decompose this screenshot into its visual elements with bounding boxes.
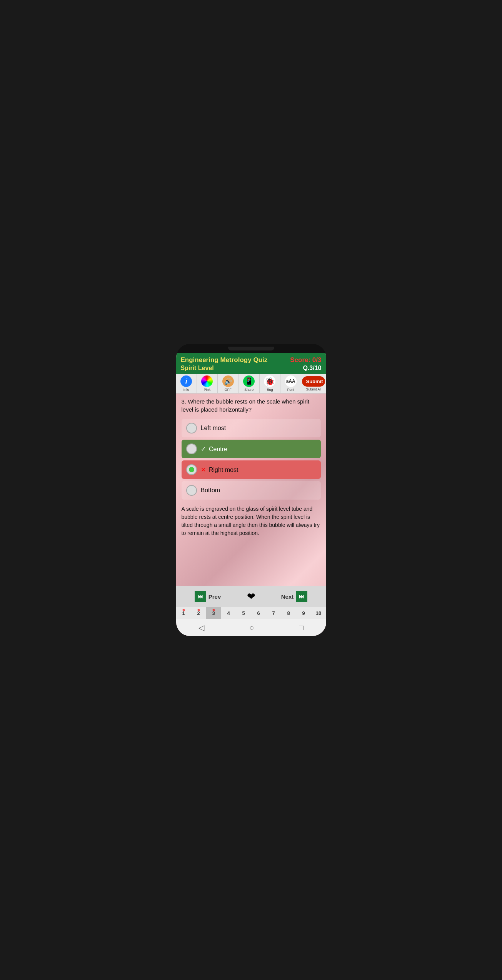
home-button[interactable]: ○ [249, 623, 254, 632]
phone-frame: Engineering Metrology Quiz Score: 0/3 Sp… [176, 344, 326, 636]
subtitle: Spirit Level [181, 365, 214, 372]
submit-button[interactable]: Submit [302, 376, 325, 387]
toolbar-bug[interactable]: 🐞 Bug [260, 374, 280, 393]
info-label: Info [183, 388, 189, 392]
explanation-text: A scale is engraved on the glass of spir… [182, 505, 321, 537]
toolbar-submit[interactable]: Submit Submit All [301, 374, 326, 393]
option-c-label: ✕ Right most [201, 466, 238, 473]
option-d[interactable]: Bottom [182, 481, 321, 500]
recent-button[interactable]: □ [299, 623, 304, 632]
page-9[interactable]: 9 [296, 607, 311, 619]
option-b-label: ✓ Centre [201, 445, 227, 453]
option-d-label: Bottom [201, 487, 220, 494]
share-label: Share [244, 388, 254, 392]
page-5[interactable]: 5 [236, 607, 251, 619]
option-b[interactable]: ✓ Centre [182, 440, 321, 458]
toolbar-font[interactable]: aAA Font [280, 374, 301, 393]
page-4[interactable]: 4 [221, 607, 236, 619]
submit-all-label: Submit All [306, 387, 321, 391]
toolbar-info[interactable]: i Info [176, 374, 197, 393]
pink-label: Pink [204, 388, 211, 392]
back-button[interactable]: ◁ [198, 623, 204, 632]
question-text: 3. Where the bubble rests on the scale w… [182, 397, 321, 414]
heart-icon: ❤ [247, 591, 255, 603]
page-8[interactable]: 8 [281, 607, 296, 619]
app-container: Engineering Metrology Quiz Score: 0/3 Sp… [176, 353, 326, 636]
toolbar-sound[interactable]: 🔊 OFF [218, 374, 238, 393]
next-button[interactable]: Next ⏭ [263, 586, 326, 607]
android-nav-bar: ◁ ○ □ [176, 619, 326, 636]
sound-icon: 🔊 [222, 375, 234, 387]
info-icon: i [180, 375, 192, 387]
question-num: Q.3/10 [303, 365, 321, 372]
bug-label: Bug [267, 388, 273, 392]
page-7[interactable]: 7 [266, 607, 281, 619]
option-a-label: Left most [201, 425, 226, 432]
content-area: 3. Where the bubble rests on the scale w… [176, 394, 326, 586]
sound-label: OFF [225, 388, 232, 392]
next-label: Next [281, 593, 294, 600]
font-icon: aAA [285, 375, 297, 387]
status-bar [176, 344, 326, 353]
radio-c [186, 464, 197, 475]
radio-a [186, 423, 197, 434]
share-icon: 📱 [243, 375, 255, 387]
check-prefix: ✓ [201, 446, 207, 452]
options-list: Left most ✓ Centre ✕ Right most [182, 419, 321, 500]
font-label: Font [287, 388, 294, 392]
toolbar-share[interactable]: 📱 Share [238, 374, 259, 393]
bottom-nav: ⏮ Prev ❤ Next ⏭ [176, 586, 326, 607]
header: Engineering Metrology Quiz Score: 0/3 Sp… [176, 353, 326, 374]
pagination: 1 2 3 4 5 6 7 8 9 10 [176, 607, 326, 619]
score-display: Score: 0/3 [290, 356, 321, 364]
page-6[interactable]: 6 [251, 607, 266, 619]
page-1[interactable]: 1 [176, 607, 191, 619]
pink-icon [201, 375, 213, 387]
option-c[interactable]: ✕ Right most [182, 460, 321, 479]
radio-c-inner [189, 467, 194, 472]
page-10[interactable]: 10 [311, 607, 326, 619]
heart-button[interactable]: ❤ [240, 586, 263, 607]
prev-button[interactable]: ⏮ Prev [176, 586, 240, 607]
app-title: Engineering Metrology Quiz [181, 356, 268, 364]
toolbar: i Info Pink 🔊 OFF 📱 Share 🐞 Bug aAA Fo [176, 374, 326, 394]
bug-icon: 🐞 [264, 375, 275, 387]
page-3[interactable]: 3 [206, 607, 221, 619]
radio-b [186, 443, 197, 454]
toolbar-pink[interactable]: Pink [197, 374, 218, 393]
x-prefix: ✕ [201, 467, 207, 473]
prev-label: Prev [208, 593, 221, 600]
page-2[interactable]: 2 [191, 607, 206, 619]
next-icon: ⏭ [296, 591, 307, 602]
radio-d [186, 485, 197, 496]
prev-icon: ⏮ [195, 591, 206, 602]
option-a[interactable]: Left most [182, 419, 321, 437]
